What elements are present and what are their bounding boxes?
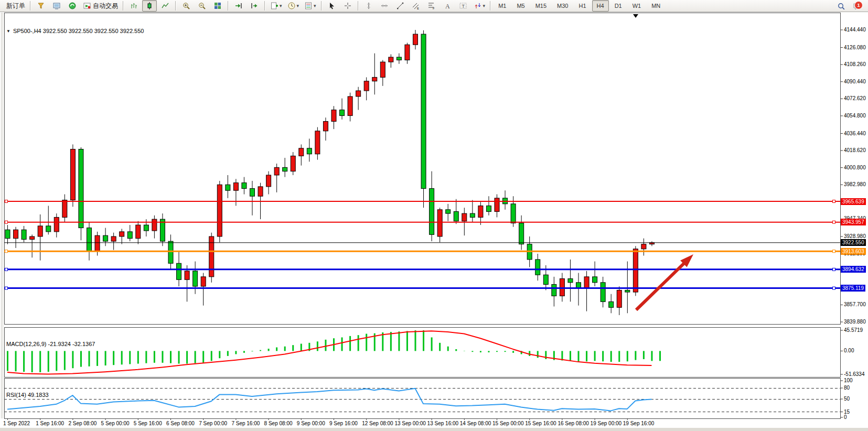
candle[interactable] [193, 271, 198, 286]
trendline-button[interactable] [393, 0, 408, 12]
candle[interactable] [283, 167, 287, 171]
candle[interactable] [633, 249, 638, 292]
market-depth-button[interactable] [34, 0, 48, 12]
candle[interactable] [584, 277, 589, 288]
chart-shift-marker[interactable] [633, 14, 638, 18]
candle[interactable] [5, 230, 10, 238]
candle[interactable] [372, 77, 377, 81]
candle[interactable] [397, 57, 401, 60]
candle[interactable] [389, 57, 393, 62]
timeframe-tf-M15-button[interactable]: M15 [531, 0, 551, 12]
text-label-button[interactable]: T [456, 0, 470, 12]
candle[interactable] [266, 175, 271, 187]
text-button[interactable]: A [440, 0, 455, 12]
candle[interactable] [22, 230, 26, 239]
arrows-button[interactable]: ▾ [471, 0, 488, 12]
timeframe-tf-M1-button[interactable]: M1 [494, 0, 511, 12]
candle[interactable] [111, 236, 116, 241]
timeframe-tf-MN-button[interactable]: MN [647, 0, 665, 12]
candle[interactable] [356, 91, 361, 96]
candle[interactable] [226, 185, 230, 190]
strategy-tester-button[interactable] [65, 0, 80, 12]
candle[interactable] [291, 156, 295, 171]
chat-button[interactable]: 1 [850, 1, 864, 12]
timeframe-tf-W1-button[interactable]: W1 [628, 0, 646, 12]
timeframe-tf-M30-button[interactable]: M30 [552, 0, 573, 12]
candle[interactable] [258, 187, 263, 196]
timeframe-tf-M5-button[interactable]: M5 [512, 0, 529, 12]
periods-dropdown-icon[interactable]: ▾ [297, 3, 299, 8]
candle[interactable] [274, 167, 279, 175]
candle[interactable] [70, 149, 75, 200]
candle[interactable] [625, 290, 630, 292]
candle[interactable] [380, 62, 385, 77]
candle[interactable] [552, 284, 556, 296]
candle[interactable] [486, 206, 491, 211]
line-chart-button[interactable] [158, 0, 173, 12]
candle[interactable] [495, 198, 499, 212]
candle[interactable] [299, 148, 304, 156]
candle[interactable] [79, 149, 83, 228]
timeframe-tf-H4-button[interactable]: H4 [592, 0, 609, 12]
candle[interactable] [405, 45, 410, 60]
panel-splitter[interactable] [4, 389, 840, 391]
candle[interactable] [478, 206, 483, 217]
candle[interactable] [331, 110, 336, 122]
candle[interactable] [103, 235, 108, 241]
candle[interactable] [348, 96, 352, 116]
periods-button[interactable]: ▾ [285, 0, 302, 12]
vertical-line-button[interactable] [361, 0, 376, 12]
candle[interactable] [568, 278, 573, 282]
new-order-button[interactable]: 新订单 [3, 0, 27, 12]
candle[interactable] [152, 219, 157, 231]
candle[interactable] [120, 232, 124, 236]
arrows-dropdown-icon[interactable]: ▾ [483, 3, 486, 8]
candlestick-chart-button[interactable] [142, 0, 157, 12]
candle[interactable] [641, 244, 646, 249]
candle[interactable] [421, 34, 426, 188]
candle[interactable] [462, 213, 467, 221]
candle[interactable] [560, 278, 564, 296]
candle[interactable] [535, 260, 540, 275]
chart-shift-button[interactable] [247, 0, 262, 12]
candle[interactable] [446, 210, 451, 213]
candle[interactable] [127, 232, 132, 239]
templates-button[interactable]: ▾ [302, 0, 318, 12]
candle[interactable] [315, 131, 320, 154]
candle[interactable] [62, 200, 67, 218]
candle[interactable] [54, 217, 59, 231]
auto-scroll-button[interactable] [231, 0, 246, 12]
candle[interactable] [233, 183, 238, 191]
crosshair-button[interactable] [340, 0, 355, 12]
candle[interactable] [185, 271, 189, 279]
candle[interactable] [340, 110, 345, 116]
zoom-in-button[interactable] [179, 0, 194, 12]
candle[interactable] [177, 263, 181, 279]
candle[interactable] [543, 275, 548, 284]
candle[interactable] [95, 235, 100, 251]
candle[interactable] [511, 204, 516, 223]
candle[interactable] [323, 122, 328, 131]
indicators-button[interactable]: ▾ [268, 0, 284, 12]
search-button[interactable] [834, 1, 849, 12]
zoom-out-button[interactable] [195, 0, 209, 12]
candle[interactable] [38, 226, 42, 236]
collapse-ohlc-icon[interactable]: ▼ [6, 29, 10, 34]
candle[interactable] [14, 230, 18, 238]
candle[interactable] [437, 210, 442, 236]
candle[interactable] [217, 185, 222, 236]
candle[interactable] [307, 148, 312, 154]
equidistant-channel-button[interactable]: E [409, 0, 423, 12]
terminal-button[interactable] [49, 0, 64, 12]
candle[interactable] [168, 241, 173, 263]
candle[interactable] [593, 277, 597, 283]
candle[interactable] [454, 211, 458, 221]
candle[interactable] [242, 183, 247, 189]
auto-trading-button[interactable]: 自动交易 [81, 0, 120, 12]
candle[interactable] [201, 277, 206, 286]
timeframe-tf-H1-button[interactable]: H1 [574, 0, 591, 12]
candle[interactable] [601, 283, 605, 302]
indicators-dropdown-icon[interactable]: ▾ [280, 3, 282, 8]
candle[interactable] [617, 290, 621, 307]
candle[interactable] [364, 81, 369, 91]
